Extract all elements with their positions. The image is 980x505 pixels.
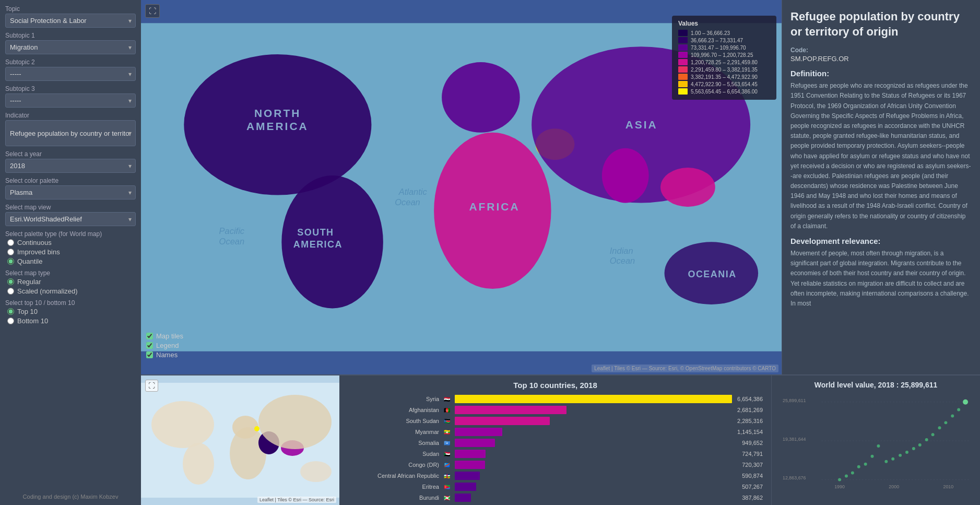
svg-text:OCEANIA: OCEANIA [688, 269, 736, 279]
palette-type-label: Select palette type (for World map) [5, 230, 136, 238]
bar-country-name: Eritrea [348, 484, 439, 490]
svg-point-47 [871, 455, 874, 458]
top10-option[interactable]: Top 10 [7, 308, 136, 315]
svg-point-55 [925, 438, 928, 441]
svg-point-25 [183, 443, 214, 485]
bar-track [455, 439, 737, 447]
svg-point-44 [851, 472, 854, 475]
checkbox-names[interactable]: Names [146, 351, 183, 359]
topic-label: Topic [5, 5, 136, 13]
svg-point-50 [891, 457, 894, 461]
line-chart-panel: World level value, 2018 : 25,899,611 25,… [771, 375, 980, 505]
svg-text:Ocean: Ocean [610, 256, 635, 265]
palette-label: Select color palette [5, 177, 136, 184]
checkbox-legend[interactable]: Legend [146, 342, 183, 349]
map-type-regular[interactable]: Regular [7, 278, 136, 286]
bar-chart-rows: Syria 🇸🇾 6,654,386 Afghanistan 🇦🇫 2,681,… [348, 395, 763, 504]
mapview-section: Select map view Esri.WorldShadedRelief [5, 204, 136, 226]
bar-flag: 🇸🇾 [442, 396, 452, 402]
info-title: Refugee population by country or territo… [790, 9, 972, 39]
legend-range: 3,382,191.35 – 4,472,922.90 [691, 74, 758, 80]
palette-select[interactable]: Plasma [5, 185, 136, 199]
top10-label: Select top 10 / bottom 10 [5, 299, 136, 307]
bar-row: Congo (DR) 🇨🇩 720,307 [348, 461, 763, 469]
legend-color-swatch [678, 59, 688, 65]
bar-track [455, 417, 732, 425]
map-type-label: Select map type [5, 269, 136, 277]
svg-point-53 [912, 447, 915, 450]
bar-fill [455, 428, 502, 436]
bottom-map-fullscreen[interactable]: ⛶ [145, 380, 158, 392]
bar-track [455, 428, 732, 436]
bar-flag: 🇸🇩 [442, 451, 452, 457]
legend-item: 109,996.70 – 1,200,728.25 [678, 52, 770, 58]
bottom10-option[interactable]: Bottom 10 [7, 317, 136, 325]
legend-item: 73,331.47 – 109,996.70 [678, 44, 770, 51]
bar-flag: 🇲🇲 [442, 429, 452, 435]
year-label: Select a year [5, 150, 136, 158]
top-row: ⛶ NORTH AMERICA SOUTH AMERICA AFRICA [141, 0, 980, 374]
bar-row: Somalia 🇸🇴 949,652 [348, 439, 763, 447]
svg-point-27 [230, 427, 266, 479]
year-select[interactable]: 2018 [5, 159, 136, 173]
palette-type-continuous[interactable]: Continuous [7, 239, 136, 246]
bar-value: 2,681,269 [737, 407, 763, 413]
svg-text:Indian: Indian [610, 246, 633, 255]
svg-point-30 [258, 395, 332, 449]
bottom-map-container[interactable]: ⛶ Leaflet | Tiles © Esri — Source: E [141, 375, 339, 505]
legend-item: 5,563,654.45 – 6,654,386.00 [678, 88, 770, 95]
legend-range: 4,472,922.90 – 5,563,654.45 [691, 81, 758, 87]
map-type-group: Regular Scaled (normalized) [5, 278, 136, 295]
svg-point-46 [864, 463, 867, 466]
svg-point-60 [957, 408, 960, 412]
svg-text:NORTH: NORTH [254, 107, 301, 119]
info-panel: Refugee population by country or territo… [782, 0, 980, 374]
bar-country-name: Afghanistan [348, 407, 439, 413]
svg-point-14 [660, 168, 715, 207]
bar-value: 2,285,316 [737, 418, 763, 424]
mapview-select[interactable]: Esri.WorldShadedRelief [5, 212, 136, 226]
subtopic1-select[interactable]: Migration [5, 40, 136, 54]
bar-country-name: Myanmar [348, 429, 439, 435]
bar-country-name: Burundi [348, 495, 439, 501]
bar-fill [455, 472, 480, 480]
svg-point-59 [951, 414, 954, 417]
svg-text:2000: 2000 [889, 484, 899, 489]
fullscreen-button[interactable]: ⛶ [145, 4, 160, 18]
palette-type-improved[interactable]: Improved bins [7, 248, 136, 256]
bar-country-name: Syria [348, 396, 439, 402]
bar-country-name: Sudan [348, 451, 439, 457]
bar-row: Central African Republic 🇨🇫 590,874 [348, 472, 763, 480]
legend-item: 3,382,191.35 – 4,472,922.90 [678, 74, 770, 80]
palette-section: Select color palette Plasma [5, 177, 136, 199]
topic-select[interactable]: Social Protection & Labor [5, 14, 136, 28]
subtopic3-select[interactable]: ----- [5, 93, 136, 108]
year-section: Select a year 2018 [5, 150, 136, 173]
svg-text:19,381,644: 19,381,644 [783, 437, 806, 442]
checkbox-map-tiles[interactable]: Map tiles [146, 332, 183, 340]
legend-color-swatch [678, 88, 688, 95]
subtopic2-select[interactable]: ----- [5, 67, 136, 81]
subtopic2-section: Subtopic 2 ----- [5, 58, 136, 81]
svg-text:Ocean: Ocean [219, 237, 244, 246]
svg-point-61 [963, 400, 968, 405]
palette-type-quantile[interactable]: Quantile [7, 257, 136, 265]
bar-track [455, 494, 737, 502]
indicator-select[interactable]: Refugee population by country or territo… [5, 120, 136, 146]
svg-point-31 [300, 461, 332, 482]
svg-point-57 [938, 426, 941, 429]
world-map-container[interactable]: ⛶ NORTH AMERICA SOUTH AMERICA AFRICA [141, 0, 782, 374]
bar-fill [455, 417, 550, 425]
legend-color-swatch [678, 74, 688, 80]
legend-range: 1,200,728.25 – 2,291,459.80 [691, 60, 758, 65]
bar-row: Syria 🇸🇾 6,654,386 [348, 395, 763, 403]
svg-point-32 [254, 426, 259, 431]
bar-track [455, 461, 737, 469]
palette-type-group: Continuous Improved bins Quantile [5, 239, 136, 265]
bar-row: Sudan 🇸🇩 724,791 [348, 450, 763, 458]
svg-point-24 [151, 401, 214, 448]
legend-color-swatch [678, 66, 688, 73]
bar-flag: 🇨🇫 [442, 473, 452, 479]
bar-row: Afghanistan 🇦🇫 2,681,269 [348, 406, 763, 414]
map-type-scaled[interactable]: Scaled (normalized) [7, 287, 136, 295]
